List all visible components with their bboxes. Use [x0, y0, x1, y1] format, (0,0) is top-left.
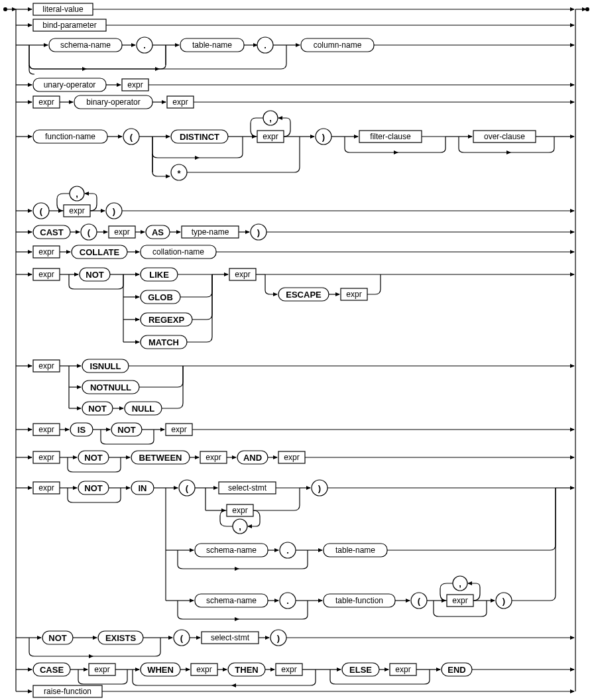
branch-case: CASE expr WHEN expr THEN expr ELSE expr	[16, 663, 574, 685]
bind-parameter-node[interactable]: bind-parameter	[42, 21, 96, 30]
branch-is: expr IS NOT expr	[16, 423, 574, 444]
rparen-node-in: )	[318, 483, 321, 493]
distinct-keyword: DISTINCT	[180, 132, 219, 142]
binary-operator-node[interactable]: binary-operator	[86, 97, 140, 107]
then-keyword: THEN	[235, 665, 258, 675]
rparen-node-tfn: )	[503, 596, 505, 606]
branch-unary: unary-operator expr	[16, 78, 574, 91]
expr-node-tfn[interactable]: expr	[452, 596, 467, 605]
raise-function-node[interactable]: raise-function	[44, 687, 91, 696]
expr-node-list[interactable]: expr	[69, 206, 84, 215]
table-name-node-in[interactable]: table-name	[335, 546, 375, 555]
expr-node-bin-l[interactable]: expr	[38, 97, 54, 107]
not-keyword-in: NOT	[84, 483, 103, 493]
schema-name-node-in2[interactable]: schema-name	[206, 596, 257, 605]
expr-node-null[interactable]: expr	[38, 361, 54, 371]
lparen-node-in: (	[186, 483, 189, 493]
svg-point-1	[585, 7, 589, 11]
expr-node-inlist[interactable]: expr	[232, 506, 247, 515]
schema-name-node-in[interactable]: schema-name	[206, 546, 257, 555]
expr-node-unary[interactable]: expr	[127, 80, 143, 89]
between-keyword: BETWEEN	[139, 453, 182, 463]
branch-column-ref: schema-name . table-name .	[16, 37, 574, 74]
branch-cast: CAST ( expr AS type-name )	[16, 224, 574, 240]
branch-collate: expr COLLATE collation-name	[16, 245, 574, 259]
branch-raise: raise-function	[16, 685, 574, 697]
function-name-node[interactable]: function-name	[45, 132, 95, 141]
expr-node-like-r[interactable]: expr	[235, 270, 250, 279]
collation-name-node[interactable]: collation-name	[152, 247, 204, 257]
dot-node-in2: .	[286, 596, 289, 606]
as-keyword: AS	[152, 227, 164, 237]
svg-point-0	[3, 7, 7, 11]
comma-node-list: ,	[76, 189, 78, 199]
lparen-node-list: (	[40, 206, 43, 216]
else-keyword: ELSE	[349, 665, 372, 675]
literal-value-node[interactable]: literal-value	[42, 5, 84, 14]
lparen-node-tfn: (	[418, 596, 421, 606]
not-keyword-is: NOT	[117, 425, 136, 435]
end-keyword: END	[447, 665, 465, 675]
exists-keyword: EXISTS	[105, 633, 137, 643]
comma-node-in: ,	[239, 522, 241, 532]
not-keyword-exists: NOT	[48, 633, 67, 643]
comma-node-fn: ,	[269, 113, 272, 123]
expr-node-btw-2[interactable]: expr	[284, 453, 299, 462]
select-stmt-node-in[interactable]: select-stmt	[228, 483, 267, 493]
expr-node-btw-1[interactable]: expr	[206, 453, 221, 462]
branch-like: expr NOT LIKE GLOB REGEXP	[16, 268, 574, 349]
expr-node-when[interactable]: expr	[196, 665, 211, 674]
type-name-node[interactable]: type-name	[192, 227, 229, 237]
lparen-node-fn: (	[130, 132, 133, 142]
is-keyword: IS	[78, 425, 86, 435]
dot-node-1: .	[143, 40, 146, 50]
expr-node-in-l[interactable]: expr	[38, 483, 54, 493]
expr-node-cast[interactable]: expr	[114, 227, 129, 237]
dot-node-2: .	[264, 40, 266, 50]
table-name-node[interactable]: table-name	[192, 40, 232, 50]
glob-keyword: GLOB	[148, 292, 173, 302]
select-stmt-node-ex[interactable]: select-stmt	[211, 633, 250, 642]
rparen-node-cast: )	[257, 227, 260, 237]
like-keyword: LIKE	[149, 270, 169, 280]
branch-bind-parameter: bind-parameter	[16, 19, 574, 31]
expr-node-is-l[interactable]: expr	[38, 425, 54, 434]
match-keyword: MATCH	[148, 337, 179, 347]
and-keyword: AND	[243, 453, 262, 463]
table-function-node[interactable]: table-function	[335, 596, 383, 605]
case-keyword: CASE	[40, 665, 64, 675]
in-keyword: IN	[139, 483, 147, 493]
column-name-node[interactable]: column-name	[314, 40, 362, 50]
branch-between: expr NOT BETWEEN expr AND expr	[16, 451, 574, 472]
not-keyword-null: NOT	[88, 404, 107, 414]
rparen-node-ex: )	[277, 633, 280, 643]
expr-node-collate[interactable]: expr	[38, 247, 54, 257]
over-clause-node[interactable]: over-clause	[484, 132, 525, 141]
when-keyword: WHEN	[147, 665, 174, 675]
dot-node-in1: .	[286, 546, 289, 555]
expr-node-fnarg[interactable]: expr	[263, 132, 278, 141]
cast-keyword: CAST	[40, 227, 63, 237]
unary-operator-node[interactable]: unary-operator	[44, 80, 96, 89]
expr-node-escape[interactable]: expr	[346, 290, 361, 299]
expr-node-then[interactable]: expr	[281, 665, 296, 674]
schema-name-node[interactable]: schema-name	[60, 40, 111, 50]
isnull-keyword: ISNULL	[90, 361, 121, 371]
expr-node-is-r[interactable]: expr	[171, 425, 186, 434]
comma-node-tfn: ,	[459, 579, 461, 589]
filter-clause-node[interactable]: filter-clause	[370, 132, 411, 141]
rparen-node-list: )	[113, 206, 115, 216]
expr-node-like-l[interactable]: expr	[38, 270, 54, 279]
branch-in: expr NOT IN ( select-stmt expr ,	[16, 480, 574, 619]
notnull-keyword: NOTNULL	[90, 382, 131, 392]
expr-node-else[interactable]: expr	[395, 665, 410, 674]
rparen-node-fn: )	[322, 132, 325, 142]
not-like-keyword: NOT	[86, 270, 104, 280]
expr-node-btw-l[interactable]: expr	[38, 453, 54, 462]
collate-keyword: COLLATE	[80, 247, 120, 257]
expr-node-case-head[interactable]: expr	[94, 665, 109, 674]
regexp-keyword: REGEXP	[148, 315, 185, 325]
null-keyword: NULL	[132, 404, 155, 414]
expr-node-bin-r[interactable]: expr	[172, 97, 188, 107]
lparen-node-cast: (	[88, 227, 91, 237]
